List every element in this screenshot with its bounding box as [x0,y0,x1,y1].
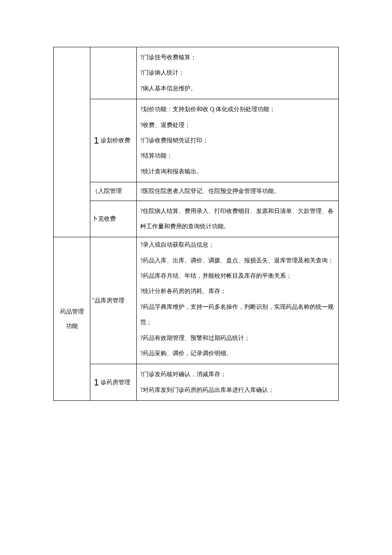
module-label: 诊划价收费 [101,137,130,144]
desc-content: ?录入或自动获取药品信息； ?药品入库、出库、调价、调拨、盘点、报损丢失、退库管… [137,237,338,364]
category-label: 药品管理 功能 [54,305,90,333]
table-row: 1 诊划价收费 ?划价功能：支持划价和收 Q 体化或分别处理功能； ?收费、退费… [54,99,339,182]
table-row: 药品管理 功能 "品库房管理 ?录入或自动获取药品信息； ?药品入库、出库、调价… [54,237,339,364]
desc-line: ?医院住院患者入院登记、住院预交押金管理等功能。 [140,187,335,196]
module-label: 诊药房管理 [101,379,130,386]
module-cell: 卜克收费 [90,201,137,237]
module-label: "品库房管理 [92,297,124,304]
desc-content: ?住院病人结算、费用录入、打印收费细目、发票和日清单、欠款管理、各种工作量和费用… [137,201,338,237]
module-number: 1 [94,377,99,388]
desc-line: ?住院病人结算、费用录入、打印收费细目、发票和日清单、欠款管理、各种工作量和费用… [140,204,335,235]
desc-content: ?门诊发药核对确认，消减库存； ?对药库发到门诊药房的药品出库单进行入库确认； [137,364,338,400]
desc-content: ?门诊挂号收费核算； ?门诊病人统计； ?病人基本信息维护。 [137,47,338,99]
table-row: （入院管理 ?医院住院患者入院登记、住院预交押金管理等功能。 [54,182,339,201]
desc-line: ?门诊收费报销凭证打印； [140,133,335,148]
desc-line: ?收费、退费处理； [140,118,335,133]
desc-content: ?划价功能：支持划价和收 Q 体化或分别处理功能； ?收费、退费处理； ?门诊收… [137,99,338,182]
table-row: ?门诊挂号收费核算； ?门诊病人统计； ?病人基本信息维护。 [54,47,339,99]
desc-line: ?病人基本信息维护。 [140,81,335,96]
table-row: 卜克收费 ?住院病人结算、费用录入、打印收费细目、发票和日清单、欠款管理、各种工… [54,201,339,237]
desc-cell: ?划价功能：支持划价和收 Q 体化或分别处理功能； ?收费、退费处理； ?门诊收… [137,99,339,182]
module-cell: "品库房管理 [90,237,137,364]
module-cell: 1 诊药房管理 [90,364,137,401]
desc-cell: ?门诊发药核对确认，消减库存； ?对药库发到门诊药房的药品出库单进行入库确认； [137,364,339,401]
desc-cell: ?住院病人结算、费用录入、打印收费细目、发票和日清单、欠款管理、各种工作量和费用… [137,201,339,237]
desc-line: ?对药库发到门诊药房的药品出库单进行入库确认； [140,382,335,398]
desc-line: ?门诊病人统计； [140,65,335,81]
category-cell [54,47,90,237]
spec-table: ?门诊挂号收费核算； ?门诊病人统计； ?病人基本信息维护。 1 诊划价收费 ?… [53,47,339,401]
module-label: 卜克收费 [92,216,116,222]
module-cell: 1 诊划价收费 [90,99,137,182]
document-page: ?门诊挂号收费核算； ?门诊病人统计； ?病人基本信息维护。 1 诊划价收费 ?… [0,0,392,426]
desc-cell: ?门诊挂号收费核算； ?门诊病人统计； ?病人基本信息维护。 [137,47,339,99]
desc-line: ?门诊发药核对确认，消减库存； [140,367,335,382]
desc-content: ?医院住院患者入院登记、住院预交押金管理等功能。 [137,182,338,200]
table-row: 1 诊药房管理 ?门诊发药核对确认，消减库存； ?对药库发到门诊药房的药品出库单… [54,364,339,401]
desc-line: ?药品库存月结、年结，并能校对帐目及库存的平衡关系； [140,268,335,284]
desc-line: ?统计查询和报表输出。 [140,164,335,179]
desc-line: ?药品有效期管理、预警和过期药品统计； [140,331,335,346]
module-number: 1 [94,135,99,146]
desc-line: ?门诊挂号收费核算； [140,50,335,65]
desc-cell: ?录入或自动获取药品信息； ?药品入库、出库、调价、调拨、盘点、报损丢失、退库管… [137,237,339,364]
desc-line: ?药品字典库维护，支持一药多名操作，判断识别，实现药品名称的统一规范； [140,299,335,331]
desc-line: ?统计分析各药房的消耗、库存； [140,284,335,299]
desc-line: ?药品采购、调价，记录调价明细。 [140,346,335,361]
module-cell [90,47,137,99]
desc-line: ?划价功能：支持划价和收 Q 体化或分别处理功能； [140,102,335,117]
desc-line: ?结算功能； [140,148,335,164]
category-cell: 药品管理 功能 [54,237,90,401]
desc-line: ?药品入库、出库、调价、调拨、盘点、报损丢失、退库管理及相关查询； [140,253,335,268]
desc-cell: ?医院住院患者入院登记、住院预交押金管理等功能。 [137,182,339,201]
module-cell: （入院管理 [90,182,137,201]
desc-line: ?录入或自动获取药品信息； [140,237,335,253]
module-label: （入院管理 [92,188,122,194]
